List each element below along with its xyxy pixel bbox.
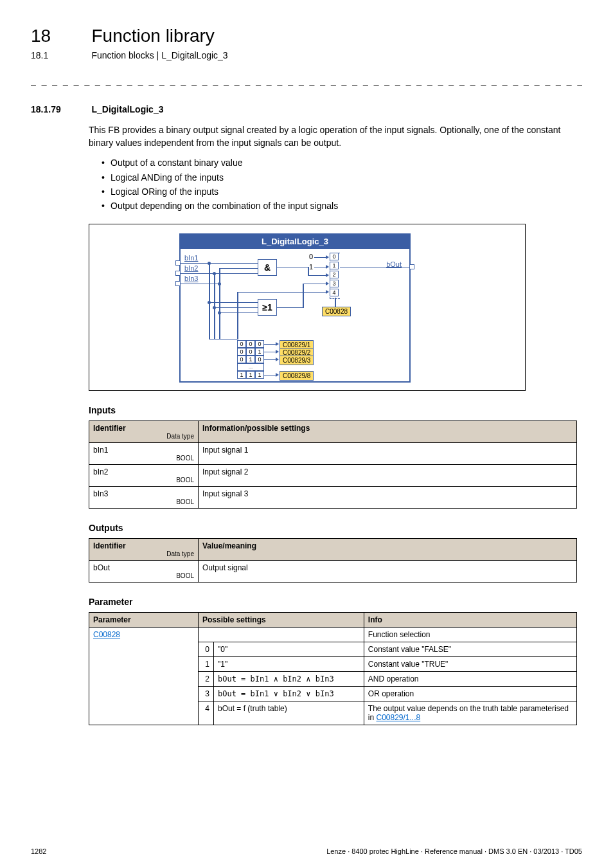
- col-identifier: Identifier: [93, 541, 126, 550]
- page-number: 1282: [31, 847, 46, 855]
- cell-info: Input signal 1: [199, 442, 577, 464]
- truth-cell: 0: [237, 340, 246, 348]
- port-bin1: [175, 260, 181, 266]
- wire: [314, 257, 327, 258]
- col-info: Information/possible settings: [202, 424, 310, 433]
- param-link-c00828[interactable]: C00828: [93, 630, 120, 639]
- body-paragraph: This FB provides a binary output signal …: [89, 124, 577, 149]
- footer-text: Lenze · 8400 protec HighLine · Reference…: [326, 847, 582, 855]
- arrow-icon: [326, 265, 329, 269]
- wire: [303, 284, 304, 308]
- truth-cell: 1: [255, 348, 264, 356]
- table-row: C00828 Function selection: [89, 627, 577, 642]
- param-link-c00829[interactable]: C00829/1...8: [376, 713, 420, 722]
- port-bin2-label: bIn2: [184, 264, 198, 272]
- subsection-number: 18.1.79: [31, 104, 89, 114]
- cell-id: bIn3: [93, 489, 108, 498]
- cell-dt: BOOL: [93, 498, 194, 505]
- truth-row: 0 0 0: [237, 340, 264, 348]
- col-settings: Possible settings: [199, 612, 364, 627]
- param-c00829-8: C00829/8: [280, 371, 314, 381]
- section-title: Function blocks | L_DigitalLogic_3: [91, 50, 227, 60]
- arrow-icon: [276, 373, 279, 377]
- truth-cell: 1: [246, 371, 255, 379]
- wire: [219, 268, 258, 269]
- arrow-icon: [276, 342, 279, 346]
- cell-n: 0: [199, 642, 214, 656]
- mux-slot: 1: [330, 262, 339, 269]
- truth-cell: 1: [237, 371, 246, 379]
- inputs-table: Identifier Data type Information/possibl…: [89, 420, 577, 509]
- divider: _ _ _ _ _ _ _ _ _ _ _ _ _ _ _ _ _ _ _ _ …: [31, 75, 582, 86]
- cell-dt: BOOL: [93, 476, 194, 484]
- cell-id: bIn1: [93, 446, 108, 455]
- wire: [264, 375, 277, 376]
- cell-dt: BOOL: [93, 572, 194, 579]
- truth-cell: 0: [255, 356, 264, 363]
- cell-n: 4: [199, 701, 214, 725]
- arrow-icon: [276, 350, 279, 354]
- mux-slot: 3: [330, 280, 339, 287]
- list-item: Output of a constant binary value: [102, 156, 582, 170]
- parameter-table: Parameter Possible settings Info C00828 …: [89, 612, 577, 725]
- wire: [181, 263, 258, 264]
- cell-n: 2: [199, 671, 214, 686]
- port-bout-label: bOut: [386, 260, 402, 268]
- truth-cell: 0: [237, 356, 246, 363]
- cell-ps: bOut = f (truth table): [214, 701, 364, 725]
- truth-row-ellipsis: ...: [237, 363, 264, 371]
- wire: [277, 307, 303, 309]
- wire: [335, 298, 336, 307]
- wire: [308, 267, 309, 276]
- cell-info: Constant value "FALSE": [364, 642, 576, 656]
- outputs-table: Identifier Data type Value/meaning bOutB…: [89, 538, 577, 583]
- arrow-icon: [276, 357, 279, 361]
- page-footer: 1282 Lenze · 8400 protec HighLine · Refe…: [31, 847, 582, 855]
- param-c00828: C00828: [322, 307, 351, 316]
- col-identifier: Identifier: [93, 424, 126, 433]
- wire: [308, 275, 327, 276]
- table-row: bIn2BOOL Input signal 2: [89, 464, 577, 486]
- wire: [237, 292, 327, 293]
- cell-info: Output signal: [199, 560, 577, 582]
- port-bout: [409, 264, 414, 269]
- wire: [264, 359, 277, 361]
- truth-cell: 0: [255, 340, 264, 348]
- mux-slot: 4: [330, 289, 339, 296]
- and-gate: &: [258, 259, 277, 276]
- cell-id: bIn2: [93, 467, 108, 476]
- col-info: Info: [364, 612, 576, 627]
- cell-info: Constant value "TRUE": [364, 656, 576, 671]
- block-diagram: L_DigitalLogic_3 bIn1 bIn2 bIn3 & ≥1: [89, 224, 526, 391]
- cell-dt: BOOL: [93, 455, 194, 462]
- list-item: Logical ANDing of the inputs: [102, 170, 582, 185]
- truth-cell: ...: [237, 363, 264, 371]
- wire: [219, 312, 258, 314]
- wire: [264, 352, 277, 353]
- list-item: Logical ORing of the inputs: [102, 185, 582, 199]
- port-bin3-label: bIn3: [184, 275, 198, 282]
- port-bin2: [175, 271, 181, 276]
- section-number: 18.1: [31, 50, 89, 60]
- truth-row: 0 1 0: [237, 356, 264, 363]
- arrow-icon: [326, 282, 329, 285]
- chapter-number: 18: [31, 26, 89, 46]
- cell-info: Function selection: [364, 627, 576, 642]
- mux-slot: 0: [330, 253, 339, 260]
- or-gate: ≥1: [258, 299, 277, 316]
- cell-ps: bOut = bIn1 ∧ bIn2 ∧ bIn3: [214, 671, 364, 686]
- table-row: bIn3BOOL Input signal 3: [89, 486, 577, 508]
- col-datatype: Data type: [93, 433, 194, 440]
- list-item: Output depending on the combination of t…: [102, 199, 582, 213]
- fb-title: L_DigitalLogic_3: [181, 235, 409, 249]
- cell-info: OR operation: [364, 686, 576, 701]
- wire: [214, 307, 258, 309]
- cell-ps: "1": [214, 656, 364, 671]
- wire: [314, 267, 327, 268]
- truth-row: 0 0 1: [237, 348, 264, 356]
- cell-info: Input signal 3: [199, 486, 577, 508]
- table-row: bIn1BOOL Input signal 1: [89, 442, 577, 464]
- col-value: Value/meaning: [202, 541, 256, 550]
- const-1-label: 1: [309, 263, 313, 271]
- truth-cell: 0: [246, 348, 255, 356]
